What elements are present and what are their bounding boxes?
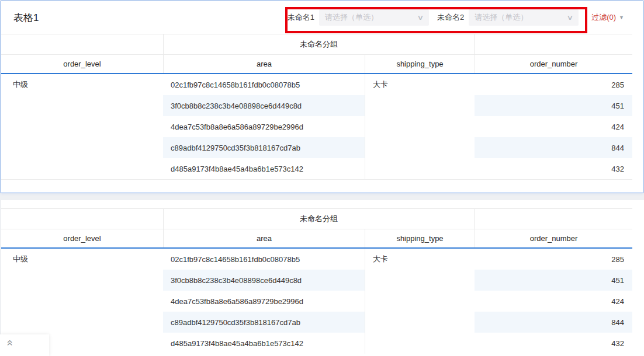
cell-order-level	[1, 116, 163, 137]
cell-area: d485a9173f4b8ae45a4ba6b1e573c142	[163, 333, 365, 354]
table-row: 3f0cb8b8c238c3b4e08898ce6d449c8d 451	[1, 95, 632, 116]
column-header-area[interactable]: area	[163, 55, 365, 73]
widget-header: 表格1 未命名1 请选择（单选） ∨ 未命名2 请选择（单选） ∨ 过滤(0) …	[1, 1, 643, 34]
column-header-order-level[interactable]: order_level	[1, 229, 163, 247]
cell-order-level	[1, 95, 163, 116]
cell-area: 3f0cb8b8c238c3b4e08898ce6d449c8d	[163, 270, 365, 291]
cell-shipping-type	[365, 158, 475, 179]
cell-order-number: 424	[475, 116, 632, 137]
group-header-row: 未命名分组	[1, 34, 632, 55]
data-table: 未命名分组 order_level area shipping_type ord…	[1, 34, 632, 180]
chevron-down-icon: ∨	[417, 13, 424, 22]
cell-order-number: 285	[475, 249, 632, 270]
column-header-shipping-type[interactable]: shipping_type	[365, 55, 475, 73]
cell-area: 3f0cb8b8c238c3b4e08898ce6d449c8d	[163, 95, 365, 116]
table-widget-selected[interactable]: 表格1 未命名1 请选择（单选） ∨ 未命名2 请选择（单选） ∨ 过滤(0) …	[1, 1, 643, 193]
group-header-spacer	[1, 209, 163, 229]
cell-shipping-type	[365, 95, 475, 116]
group-header-spacer	[475, 34, 632, 54]
filter1-label: 未命名1	[288, 12, 314, 23]
group-header-row: 未命名分组	[1, 208, 632, 229]
cell-order-number: 424	[475, 291, 632, 312]
group-header-cell: 未命名分组	[163, 34, 475, 54]
group-header-spacer	[1, 34, 163, 54]
cell-order-number: 844	[475, 137, 632, 158]
cell-order-level	[1, 312, 163, 333]
column-header-order-number[interactable]: order_number	[475, 229, 632, 247]
cell-shipping-type: 大卡	[365, 249, 475, 270]
double-chevron-up-icon: «	[5, 340, 16, 346]
cell-shipping-type: 大卡	[365, 74, 475, 95]
cell-order-number: 844	[475, 312, 632, 333]
table-row: d485a9173f4b8ae45a4ba6b1e573c142 432	[1, 158, 632, 179]
chevron-down-icon: ∨	[567, 13, 574, 22]
table-row: c89adbf4129750cd35f3b818167cd7ab 844	[1, 137, 632, 158]
cell-area: c89adbf4129750cd35f3b818167cd7ab	[163, 137, 365, 158]
cell-order-number: 451	[475, 95, 632, 116]
cell-order-number: 432	[475, 333, 632, 354]
column-header-area[interactable]: area	[163, 229, 365, 247]
table-row: 中级 02c1fb97c8c14658b161fdb0c08078b5 大卡 2…	[1, 74, 632, 95]
filter-bar: 未命名1 请选择（单选） ∨ 未命名2 请选择（单选） ∨ 过滤(0) ▼	[288, 1, 624, 34]
cell-order-level	[1, 291, 163, 312]
column-header-order-number[interactable]: order_number	[475, 55, 632, 73]
filter1-select[interactable]: 请选择（单选） ∨	[319, 9, 429, 26]
cell-order-level	[1, 158, 163, 179]
cell-area: 02c1fb97c8c14658b161fdb0c08078b5	[163, 249, 365, 270]
table-row: c89adbf4129750cd35f3b818167cd7ab 844	[1, 312, 632, 333]
cell-shipping-type	[365, 333, 475, 354]
table-row: 3f0cb8b8c238c3b4e08898ce6d449c8d 451	[1, 270, 632, 291]
table-body: 中级 02c1fb97c8c14658b161fdb0c08078b5 大卡 2…	[1, 249, 632, 354]
filter-count-label: 过滤(0)	[591, 12, 616, 23]
filter1-placeholder: 请选择（单选）	[325, 12, 378, 23]
filter2-placeholder: 请选择（单选）	[475, 12, 528, 23]
cell-shipping-type	[365, 270, 475, 291]
table-row: 4dea7c53fb8a8e6a586a89729be2996d 424	[1, 116, 632, 137]
table-row: 中级 02c1fb97c8c14658b161fdb0c08078b5 大卡 2…	[1, 249, 632, 270]
cell-shipping-type	[365, 137, 475, 158]
table-widget[interactable]: 未命名分组 order_level area shipping_type ord…	[1, 200, 644, 356]
collapse-panel-button[interactable]: «	[0, 334, 49, 356]
filter-count-link[interactable]: 过滤(0) ▼	[591, 12, 624, 23]
cell-order-level: 中级	[1, 249, 163, 270]
group-header-spacer	[475, 209, 632, 229]
cell-area: 4dea7c53fb8a8e6a586a89729be2996d	[163, 291, 365, 312]
cell-order-level	[1, 270, 163, 291]
table-row: 4dea7c53fb8a8e6a586a89729be2996d 424	[1, 291, 632, 312]
cell-shipping-type	[365, 312, 475, 333]
cell-area: 02c1fb97c8c14658b161fdb0c08078b5	[163, 74, 365, 95]
cell-area: d485a9173f4b8ae45a4ba6b1e573c142	[163, 158, 365, 179]
cell-order-number: 432	[475, 158, 632, 179]
column-header-order-level[interactable]: order_level	[1, 55, 163, 73]
cell-area: c89adbf4129750cd35f3b818167cd7ab	[163, 312, 365, 333]
column-header-row: order_level area shipping_type order_num…	[1, 55, 632, 74]
column-header-shipping-type[interactable]: shipping_type	[365, 229, 475, 247]
cell-order-number: 285	[475, 74, 632, 95]
data-table: 未命名分组 order_level area shipping_type ord…	[1, 208, 632, 354]
column-header-row: order_level area shipping_type order_num…	[1, 229, 632, 249]
cell-shipping-type	[365, 116, 475, 137]
cell-order-level	[1, 137, 163, 158]
dashboard-canvas: 表格1 未命名1 请选择（单选） ∨ 未命名2 请选择（单选） ∨ 过滤(0) …	[0, 0, 644, 356]
widget-title: 表格1	[13, 11, 39, 25]
cell-area: 4dea7c53fb8a8e6a586a89729be2996d	[163, 116, 365, 137]
group-header-cell: 未命名分组	[163, 209, 475, 229]
table-row: d485a9173f4b8ae45a4ba6b1e573c142 432	[1, 333, 632, 354]
cell-order-level: 中级	[1, 74, 163, 95]
filter2-label: 未命名2	[437, 12, 464, 23]
cell-order-number: 451	[475, 270, 632, 291]
cell-shipping-type	[365, 291, 475, 312]
filter2-select[interactable]: 请选择（单选） ∨	[469, 9, 579, 26]
table-body: 中级 02c1fb97c8c14658b161fdb0c08078b5 大卡 2…	[1, 74, 632, 180]
caret-down-icon: ▼	[619, 15, 624, 20]
